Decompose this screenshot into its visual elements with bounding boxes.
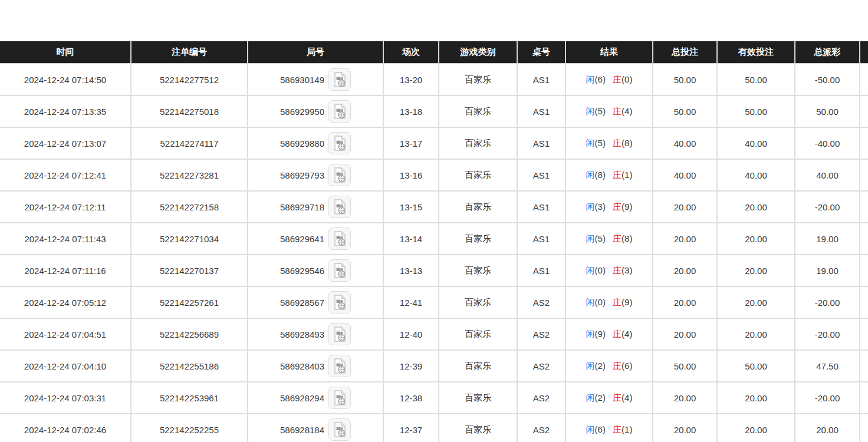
cell-bet-id: 522142274117 <box>131 127 248 159</box>
column-header-payout: 总派彩 <box>795 41 860 64</box>
cell-round-id: 586929950 <box>248 95 383 127</box>
table-row: 2024-12-24 07:04:10 522142255186 5869284… <box>0 350 868 382</box>
cell-result: 闲(9) 庄(4) <box>565 318 653 350</box>
cell-round-id: 586929718 <box>248 191 383 223</box>
cell-session: 13-14 <box>383 223 439 255</box>
cell-payout: -40.00 <box>795 127 860 159</box>
video-file-icon <box>333 422 347 437</box>
video-file-icon <box>333 136 347 151</box>
video-replay-button[interactable] <box>328 355 351 377</box>
round-number: 586929546 <box>280 266 324 276</box>
result-player-score: (6) <box>595 74 606 84</box>
cell-session: 13-20 <box>383 64 439 95</box>
cell-session: 12-39 <box>383 350 439 382</box>
cell-clipped <box>860 318 868 350</box>
round-number: 586929718 <box>280 202 324 212</box>
video-file-icon <box>333 263 347 278</box>
result-player: 闲 <box>586 297 595 307</box>
video-replay-button[interactable] <box>328 132 351 154</box>
video-file-icon <box>333 295 347 310</box>
cell-clipped <box>860 350 868 382</box>
cell-result: 闲(5) 庄(4) <box>565 95 653 127</box>
video-replay-button[interactable] <box>328 259 351 282</box>
cell-payout: -20.00 <box>795 191 860 223</box>
result-banker: 庄 <box>613 361 622 371</box>
cell-game-type: 百家乐 <box>439 414 517 442</box>
cell-game-type: 百家乐 <box>439 159 517 191</box>
cell-time: 2024-12-24 07:05:12 <box>0 286 131 318</box>
result-banker: 庄 <box>613 202 622 212</box>
cell-clipped <box>860 414 868 442</box>
result-banker: 庄 <box>613 392 622 403</box>
cell-total-bet: 20.00 <box>653 318 717 350</box>
video-file-icon <box>333 104 347 119</box>
bet-records-table: 时间 注单编号 局号 场次 游戏类别 桌号 结果 总投注 有效投注 总派彩 20… <box>0 41 868 442</box>
cell-time: 2024-12-24 07:11:16 <box>0 255 131 286</box>
cell-time: 2024-12-24 07:14:50 <box>0 64 131 95</box>
cell-time: 2024-12-24 07:12:11 <box>0 191 131 223</box>
cell-valid-bet: 20.00 <box>717 255 795 286</box>
video-file-icon <box>333 390 347 405</box>
cell-session: 12-38 <box>383 382 439 414</box>
column-header-game-type: 游戏类别 <box>439 41 517 64</box>
cell-total-bet: 40.00 <box>653 127 717 159</box>
video-replay-button[interactable] <box>328 196 351 218</box>
table-row: 2024-12-24 07:14:50 522142277512 5869301… <box>0 64 868 95</box>
cell-time: 2024-12-24 07:13:07 <box>0 127 131 159</box>
cell-game-type: 百家乐 <box>439 382 517 414</box>
cell-table-no: AS2 <box>517 382 565 414</box>
round-number: 586928403 <box>280 361 324 371</box>
cell-bet-id: 522142273281 <box>131 159 248 191</box>
result-banker-score: (1) <box>622 424 632 434</box>
video-replay-button[interactable] <box>328 227 351 250</box>
result-banker-score: (9) <box>622 202 632 212</box>
column-header-clipped <box>860 41 868 64</box>
cell-clipped <box>860 64 868 95</box>
column-header-time: 时间 <box>0 41 131 64</box>
cell-session: 13-17 <box>383 127 439 159</box>
cell-valid-bet: 40.00 <box>717 159 795 191</box>
video-file-icon <box>333 326 347 342</box>
result-player-score: (6) <box>595 424 606 434</box>
result-banker: 庄 <box>613 106 622 116</box>
result-player: 闲 <box>586 361 595 371</box>
cell-round-id: 586928403 <box>248 350 383 382</box>
cell-valid-bet: 40.00 <box>717 127 795 159</box>
column-header-table-no: 桌号 <box>517 41 565 64</box>
cell-payout: -20.00 <box>795 286 860 318</box>
cell-total-bet: 20.00 <box>653 255 717 286</box>
cell-game-type: 百家乐 <box>439 255 517 286</box>
cell-clipped <box>860 127 868 159</box>
video-replay-button[interactable] <box>328 323 351 345</box>
cell-valid-bet: 20.00 <box>717 414 795 442</box>
round-number: 586928184 <box>280 425 324 435</box>
cell-table-no: AS1 <box>517 159 565 191</box>
cell-payout: -20.00 <box>795 318 860 350</box>
video-replay-button[interactable] <box>328 418 351 441</box>
result-banker-score: (4) <box>622 329 632 339</box>
video-replay-button[interactable] <box>328 68 351 91</box>
cell-table-no: AS1 <box>517 127 565 159</box>
cell-result: 闲(6) 庄(1) <box>565 414 653 442</box>
cell-bet-id: 522142256689 <box>131 318 248 350</box>
result-player-score: (9) <box>595 329 606 339</box>
cell-bet-id: 522142272158 <box>131 191 248 223</box>
video-replay-button[interactable] <box>328 387 351 409</box>
cell-payout: 47.50 <box>795 350 860 382</box>
cell-session: 12-40 <box>383 318 439 350</box>
video-replay-button[interactable] <box>328 100 351 123</box>
result-player: 闲 <box>586 106 595 116</box>
cell-time: 2024-12-24 07:02:46 <box>0 414 131 442</box>
video-replay-button[interactable] <box>328 291 351 314</box>
result-banker-score: (8) <box>622 138 632 148</box>
cell-time: 2024-12-24 07:04:10 <box>0 350 131 382</box>
video-replay-button[interactable] <box>328 164 351 186</box>
cell-round-id: 586929546 <box>248 255 383 286</box>
cell-table-no: AS2 <box>517 414 565 442</box>
cell-result: 闲(5) 庄(8) <box>565 223 653 255</box>
round-number: 586929793 <box>280 170 324 180</box>
cell-session: 12-41 <box>383 286 439 318</box>
result-banker-score: (4) <box>622 392 632 403</box>
table-row: 2024-12-24 07:13:07 522142274117 5869298… <box>0 127 868 159</box>
result-banker: 庄 <box>613 138 622 148</box>
